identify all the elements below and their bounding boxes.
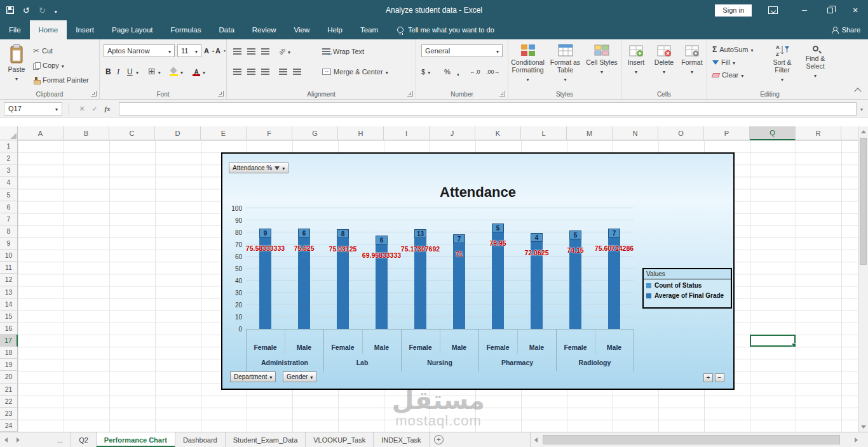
column-header-Q[interactable]: Q (750, 126, 796, 140)
decrease-font-size-button[interactable] (215, 45, 226, 57)
number-format-select[interactable]: General (421, 44, 503, 57)
find-select-button[interactable]: Find & Select (800, 43, 831, 79)
align-right-button[interactable] (261, 66, 269, 77)
increase-decimal-button[interactable] (470, 66, 480, 77)
number-dialog-launcher-icon[interactable] (499, 91, 505, 97)
tab-insert[interactable]: Insert (67, 20, 103, 39)
sheet-tab-performance-chart[interactable]: Performance Chart (97, 432, 175, 447)
select-all-button[interactable] (0, 126, 18, 140)
orientation-button[interactable] (279, 46, 290, 57)
row-header-1[interactable]: 1 (0, 140, 18, 152)
sheet-nav-left-button[interactable] (0, 432, 12, 447)
row-header-14[interactable]: 14 (0, 298, 18, 310)
scroll-down-button[interactable] (858, 422, 868, 432)
column-header-B[interactable]: B (64, 126, 109, 140)
column-header-G[interactable]: G (292, 126, 338, 140)
redo-icon[interactable] (39, 6, 46, 15)
middle-align-button[interactable] (247, 46, 255, 57)
tab-review[interactable]: Review (243, 20, 285, 39)
sheet-nav-right-button[interactable] (12, 432, 24, 447)
tab-help[interactable]: Help (318, 20, 351, 39)
tab-page-layout[interactable]: Page Layout (103, 20, 162, 39)
font-dialog-launcher-icon[interactable] (218, 91, 224, 97)
format-as-table-button[interactable]: Format as Table (547, 43, 583, 83)
font-color-button[interactable] (193, 66, 205, 77)
column-header-J[interactable]: J (430, 126, 475, 140)
align-center-button[interactable] (247, 66, 255, 77)
row-header-22[interactable]: 22 (0, 396, 18, 408)
bottom-align-button[interactable] (261, 46, 269, 57)
borders-button[interactable] (148, 66, 161, 77)
alignment-dialog-launcher-icon[interactable] (407, 91, 413, 97)
chart-expand-button[interactable]: + (703, 373, 713, 382)
row-header-18[interactable]: 18 (0, 347, 18, 359)
row-header-15[interactable]: 15 (0, 310, 18, 323)
vertical-scroll-thumb[interactable] (860, 138, 867, 265)
formula-expand-icon[interactable] (860, 105, 863, 112)
count-label-8[interactable]: 5 (569, 230, 581, 239)
horizontal-scroll-thumb[interactable] (543, 435, 840, 444)
horizontal-scrollbar[interactable] (530, 432, 862, 447)
row-header-19[interactable]: 19 (0, 359, 18, 371)
scroll-left-button[interactable] (531, 432, 541, 447)
column-header-L[interactable]: L (521, 126, 567, 140)
chart-field-gender-button[interactable]: Gender (283, 371, 316, 382)
sort-filter-button[interactable]: AZ Sort & Filter (767, 43, 797, 83)
increase-font-size-button[interactable] (204, 45, 215, 57)
chart-collapse-button[interactable]: − (715, 373, 724, 382)
row-header-13[interactable]: 13 (0, 286, 18, 298)
column-header-N[interactable]: N (613, 126, 658, 140)
column-header-M[interactable]: M (567, 126, 613, 140)
tab-view[interactable]: View (285, 20, 319, 39)
count-label-3[interactable]: 6 (376, 236, 388, 244)
sheet-tab-vlookup-task[interactable]: VLOOKUP_Task (306, 432, 374, 447)
row-header-7[interactable]: 7 (0, 213, 18, 225)
collapse-ribbon-icon[interactable] (854, 88, 861, 95)
cancel-icon[interactable] (76, 105, 88, 113)
row-header-9[interactable]: 9 (0, 237, 18, 250)
row-header-17[interactable]: 17 (0, 335, 18, 347)
clear-button[interactable]: Clear (712, 69, 743, 81)
column-header-A[interactable]: A (18, 126, 64, 140)
merge-center-button[interactable]: Merge & Center (322, 66, 388, 77)
format-painter-button[interactable]: Format Painter (33, 74, 89, 86)
formula-input[interactable] (119, 102, 857, 116)
count-label-7[interactable]: 4 (531, 233, 543, 242)
sheet-tab-student-exam-data[interactable]: Student_Exam_Data (226, 432, 306, 447)
paste-button[interactable]: Paste (4, 44, 29, 82)
count-label-5[interactable]: 7 (453, 234, 465, 243)
tab-formulas[interactable]: Formulas (162, 20, 210, 39)
count-label-4[interactable]: 13 (414, 229, 426, 238)
underline-dropdown-icon[interactable] (136, 67, 139, 78)
count-label-1[interactable]: 6 (298, 229, 310, 237)
tab-home[interactable]: Home (30, 20, 67, 39)
decrease-decimal-button[interactable] (486, 66, 500, 77)
restore-button[interactable] (817, 0, 843, 20)
close-button[interactable] (843, 0, 868, 20)
accounting-format-button[interactable] (421, 66, 430, 77)
decrease-indent-button[interactable] (279, 66, 287, 77)
ribbon-display-options-icon[interactable] (768, 6, 778, 14)
row-header-20[interactable]: 20 (0, 371, 18, 383)
column-header-O[interactable]: O (658, 126, 704, 140)
delete-cells-button[interactable]: Delete (651, 44, 677, 75)
vertical-scrollbar[interactable] (858, 126, 868, 432)
italic-button[interactable] (117, 66, 119, 77)
align-left-button[interactable] (233, 66, 241, 77)
increase-indent-button[interactable] (293, 66, 301, 77)
copy-button[interactable]: Copy (33, 60, 64, 71)
column-header-D[interactable]: D (155, 126, 201, 140)
chart-filter-attendance-button[interactable]: Attendance % (229, 163, 288, 173)
row-header-12[interactable]: 12 (0, 274, 18, 286)
row-header-21[interactable]: 21 (0, 384, 18, 396)
pivot-chart[interactable]: Attendance % Attendance 0102030405060708… (221, 152, 735, 390)
row-header-23[interactable]: 23 (0, 408, 18, 420)
horizontal-scroll-track[interactable] (541, 432, 851, 447)
count-label-2[interactable]: 8 (337, 229, 349, 238)
name-box[interactable]: Q17 (4, 102, 62, 116)
tab-data[interactable]: Data (210, 20, 243, 39)
comma-style-button[interactable] (457, 66, 459, 77)
column-header-I[interactable]: I (384, 126, 430, 140)
scroll-up-button[interactable] (858, 126, 868, 137)
font-size-select[interactable]: 11 (177, 44, 201, 57)
